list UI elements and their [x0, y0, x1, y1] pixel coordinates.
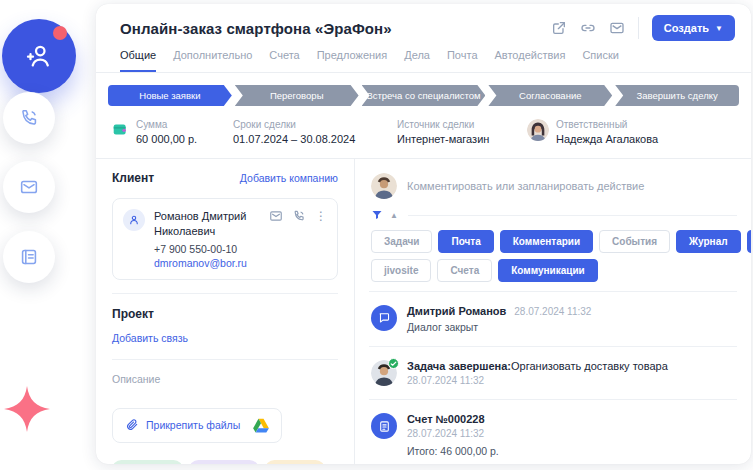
stage-new-requests[interactable]: Новые заявки [108, 85, 232, 106]
stage-negotiations[interactable]: Переговоры [235, 85, 359, 106]
filter-funnel-icon[interactable] [371, 209, 383, 221]
notification-dot [53, 26, 67, 40]
divider [408, 215, 737, 216]
deal-info-row: Сумма 60 000,00 р. Сроки сделки 01.07.20… [96, 106, 751, 158]
chip-log[interactable]: Журнал [676, 230, 741, 253]
tab-lists[interactable]: Списки [582, 49, 619, 72]
add-company-link[interactable]: Добавить компанию [240, 172, 338, 184]
journal-icon [18, 246, 40, 268]
mail-icon[interactable] [609, 20, 625, 36]
chip-calls[interactable]: Звонки [747, 230, 751, 253]
google-drive-icon [253, 418, 269, 433]
field-value: 60 000,00 р. [136, 133, 197, 145]
phone-icon [18, 107, 40, 129]
create-button[interactable]: Создать ▼ [652, 15, 735, 41]
timeline-item-task: Задача завершена: Организовать доставку … [369, 356, 737, 390]
divider [369, 399, 737, 400]
divider [112, 359, 338, 360]
journal-button[interactable] [3, 231, 55, 283]
avatar [527, 119, 549, 141]
deal-card: Онлайн-заказ смартфона «ЭраФон» Общие До… [96, 4, 751, 464]
collapse-chevron-icon[interactable]: ▲ [390, 211, 398, 220]
tab-general[interactable]: Общие [120, 49, 156, 72]
client-email[interactable]: dmromanov@bor.ru [154, 257, 260, 269]
attach-files-button[interactable]: Прикрепить файлы [112, 408, 282, 443]
composer-placeholder: Комментировать или запланировать действи… [407, 180, 644, 192]
mail-button[interactable] [3, 161, 55, 213]
tag-installment[interactable]: Рассрочка [189, 460, 259, 464]
tab-automation[interactable]: Автодействия [495, 49, 566, 72]
sparkle-decoration [4, 386, 50, 432]
chip-tasks[interactable]: Задачи [371, 230, 432, 253]
tab-bar: Общие Дополнительно Счета Предложения Де… [120, 49, 727, 72]
header-actions: Создать ▼ [551, 15, 735, 41]
tag-list: Смартфон Рассрочка Эрафон [112, 460, 338, 464]
chip-communications[interactable]: Коммуникации [498, 259, 598, 282]
mail-icon [18, 176, 40, 198]
field-dates: Сроки сделки 01.07.2024 – 30.08.2024 [233, 119, 397, 145]
attach-files-label: Прикрепить файлы [146, 419, 240, 431]
phone-button[interactable] [3, 92, 55, 144]
chip-jivosite[interactable]: jivosite [371, 259, 431, 282]
filter-chips-row-2: jivosite Счета Коммуникации [371, 259, 737, 282]
timeline-item-title: Дмитрий Романов [407, 305, 506, 317]
tab-invoices[interactable]: Счета [269, 49, 299, 72]
filter-chips-row-1: Задачи Почта Комментарии События Журнал … [371, 230, 737, 253]
deal-body: Клиент Добавить компанию Романов Дмитрий… [96, 158, 751, 464]
field-sum: Сумма 60 000,00 р. [112, 119, 233, 145]
field-label: Сумма [136, 119, 197, 130]
call-icon[interactable] [292, 209, 306, 223]
chip-invoices[interactable]: Счета [437, 259, 492, 282]
timeline-item-title: Счет №000228 [407, 413, 499, 425]
contact-icon [123, 209, 145, 231]
client-name: Романов Дмитрий Николаевич [154, 209, 260, 240]
divider [638, 17, 639, 39]
divider [112, 293, 338, 294]
paperclip-icon [125, 418, 139, 432]
check-badge-icon [388, 358, 399, 369]
chip-events[interactable]: События [599, 230, 670, 253]
chip-mail[interactable]: Почта [438, 230, 493, 253]
divider [369, 291, 737, 292]
mail-icon[interactable] [269, 209, 283, 223]
comment-composer[interactable]: Комментировать или запланировать действи… [369, 168, 737, 208]
stage-approval[interactable]: Согласование [488, 85, 612, 106]
add-contact-button[interactable] [2, 19, 76, 93]
field-value: Надежда Агалакова [556, 133, 658, 145]
external-link-icon[interactable] [551, 20, 567, 36]
timeline-item-title: Задача завершена: [407, 360, 511, 372]
timeline-filter-row: ▲ [371, 209, 737, 221]
tag-eraphone[interactable]: Эрафон [265, 460, 325, 464]
field-value: Интернет-магазин [397, 133, 489, 145]
tab-offers[interactable]: Предложения [317, 49, 388, 72]
client-section-title: Клиент [112, 171, 154, 185]
stage-specialist-meeting[interactable]: Встреча со специалистом [362, 85, 486, 106]
tab-additional[interactable]: Дополнительно [173, 49, 252, 72]
stage-close-deal[interactable]: Завершить сделку [615, 85, 739, 106]
tab-activities[interactable]: Дела [404, 49, 430, 72]
kebab-menu-icon[interactable]: ⋮ [315, 209, 327, 223]
timeline-item-body: Итого: 46 000,00 р. [407, 445, 499, 457]
client-phone: +7 900 550-00-10 [154, 243, 260, 255]
timeline-item-title-rest: Организовать доставку товара [511, 360, 668, 372]
timeline-panel: Комментировать или запланировать действи… [355, 159, 751, 464]
chip-comments[interactable]: Комментарии [500, 230, 593, 253]
tag-smartphone[interactable]: Смартфон [112, 460, 183, 464]
add-relation-link[interactable]: Добавить связь [112, 332, 188, 344]
timeline-item-invoice: Счет №000228 28.07.2024 11:32 Итого: 46 … [369, 409, 737, 461]
link-icon[interactable] [580, 20, 596, 36]
tab-mail[interactable]: Почта [447, 49, 478, 72]
project-section-title: Проект [112, 307, 338, 321]
timeline-item-body: Диалог закрыт [407, 321, 591, 333]
invoice-icon [371, 413, 397, 439]
timeline-item-date: 28.07.2024 11:32 [407, 375, 668, 386]
timeline-item-date: 28.07.2024 11:32 [514, 306, 591, 317]
description-label: Описание [112, 373, 338, 385]
chevron-down-icon: ▼ [715, 24, 723, 33]
pipeline-stage-bar: Новые заявки Переговоры Встреча со специ… [108, 85, 739, 106]
field-source: Источник сделки Интернет-магазин [397, 119, 527, 145]
wallet-icon [112, 121, 129, 145]
left-panel: Клиент Добавить компанию Романов Дмитрий… [96, 159, 355, 464]
field-label: Ответственный [556, 119, 658, 130]
card-header: Онлайн-заказ смартфона «ЭраФон» Общие До… [96, 4, 751, 73]
